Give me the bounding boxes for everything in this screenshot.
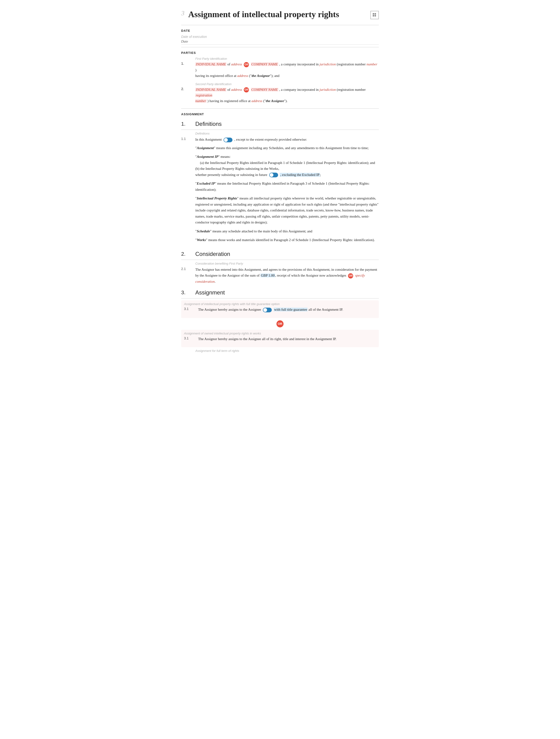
clause-3-1b-num: 3.1 (184, 336, 198, 342)
def-schedule: "Schedule" means any schedule attached t… (195, 229, 379, 235)
toggle-1-1[interactable] (224, 138, 233, 142)
party-2-of: of (227, 88, 231, 92)
clause-2-1: 2.1 The Assignor has entered into this A… (181, 267, 379, 285)
toggle-future-circle (270, 173, 273, 177)
clause-1-1-num: 1.1 (181, 137, 195, 246)
def-excluded-ip: "Excluded IP" means the Intellectual Pro… (195, 181, 379, 193)
page-header: 3 Assignment of intellectual property ri… (181, 9, 379, 19)
toggle-circle (224, 138, 228, 142)
date-value[interactable]: Date (181, 39, 379, 45)
party-1-or-badge: OR (244, 62, 249, 67)
def-schedule-term: Schedule (197, 229, 210, 233)
clause-3-1b: 3.1 The Assignor hereby assigns to the A… (184, 336, 376, 342)
clause-1-1-intro: In this Assignment (195, 138, 223, 141)
party-1-number[interactable]: number (367, 62, 378, 66)
def-assignment-ip-whether: whether presently subsisting or subsisti… (195, 173, 268, 177)
party-1-jurisdiction[interactable]: jurisdiction (319, 62, 336, 66)
clause-2-1-num: 2.1 (181, 267, 195, 285)
party-2-or-badge: OR (244, 87, 249, 93)
assignment-block-2-label: Assignment of owned intellectual propert… (184, 332, 376, 335)
first-party-label: First Party identification (195, 57, 379, 60)
def-assignment-ip-excluding: , excluding the Excluded IP (280, 173, 320, 177)
full-title-text: with full title guarantee (274, 308, 307, 311)
def-assignment: "Assignment" means this assignment inclu… (195, 145, 379, 151)
party-1-having: having its registered office at (195, 74, 237, 78)
party-2-reg-text: (registration number (337, 88, 366, 92)
svg-rect-2 (373, 15, 374, 16)
party-1-num: 1. (181, 61, 195, 79)
party-2-having: having its registered office at (209, 99, 251, 103)
party-1-assignor: ("the Assignor"); and (249, 74, 279, 78)
clause-1-1-after-toggle: , except to the extent expressly provide… (234, 138, 307, 141)
toggle-full-title-circle (263, 308, 267, 312)
party-1-text: INDIVIDUAL NAME of address OR COMPANY NA… (195, 61, 379, 79)
party-1: 1. INDIVIDUAL NAME of address OR COMPANY… (181, 61, 379, 79)
party-1-company-text: , a company incorporated in (279, 62, 320, 66)
parties-divider (181, 47, 379, 47)
date-placeholder: Date of execution (181, 35, 379, 38)
def-assignment-term: Assignment (197, 146, 214, 150)
def-works: "Works" means those works and materials … (195, 237, 379, 243)
party-1-reg-close: ) (195, 68, 196, 72)
def-assignment-ip-a: (a) the Intellectual Property Rights ide… (195, 161, 375, 171)
def-ipr: "Intellectual Property Rights" means all… (195, 195, 379, 226)
section-1-heading: 1. Definitions (181, 121, 379, 127)
grid-icon[interactable] (370, 11, 379, 19)
date-section-label: DATE (181, 29, 379, 32)
party-2-individual-name[interactable]: INDIVIDUAL NAME (195, 88, 226, 92)
doc-number: 3 (181, 9, 184, 17)
section-1-divider (181, 130, 379, 130)
def-assignment-ip: "Assignment IP" means: (a) the Intellect… (195, 154, 379, 178)
section-2-divider (181, 260, 379, 260)
section-1-num: 1. (181, 121, 195, 127)
clause-3-1a-num: 3.1 (184, 307, 198, 313)
parties-section-label: PARTIES (181, 51, 379, 54)
assignment-block-1-label: Assignment of intellectual property righ… (184, 302, 376, 306)
clause-3-1a-text: The Assignor hereby assigns to the Assig… (198, 307, 376, 313)
party-1-address2[interactable]: address (237, 74, 248, 78)
assignment-block-3-label: Assignment for full term of rights (195, 349, 379, 352)
section-3-heading: 3. Assignment (181, 289, 379, 296)
clause-2-1-or: OR (348, 273, 353, 279)
party-1-individual-name[interactable]: INDIVIDUAL NAME (195, 62, 226, 66)
gbp-amount[interactable]: GBP 1.00 (261, 274, 275, 277)
clause-1-1-text: In this Assignment , except to the exten… (195, 137, 379, 246)
clause-3-1a: 3.1 The Assignor hereby assigns to the A… (184, 307, 376, 313)
def-works-term: Works (197, 238, 206, 242)
page-title: Assignment of intellectual property righ… (188, 9, 339, 19)
party-2-company-text: , a company incorporated in (279, 88, 320, 92)
assignment-section-label: ASSIGNMENT (181, 113, 379, 116)
party-2-num: 2. (181, 87, 195, 104)
section-1-title: Definitions (195, 121, 222, 127)
party-2: 2. INDIVIDUAL NAME of address OR COMPANY… (181, 87, 379, 104)
def-ipr-term: Intellectual Property Rights (197, 196, 237, 200)
party-2-text: INDIVIDUAL NAME of address OR COMPANY NA… (195, 87, 379, 104)
party-1-reg-text: (registration number (337, 62, 367, 66)
clause-2-1-text: The Assignor has entered into this Assig… (195, 267, 379, 285)
or-badge-between-blocks: OR (276, 320, 284, 327)
party-2-company-name[interactable]: COMPANY NAME (251, 88, 278, 92)
clause-3-1b-text: The Assignor hereby assigns to the Assig… (198, 336, 376, 342)
section-2-num: 2. (181, 251, 195, 257)
toggle-full-title[interactable] (263, 308, 272, 312)
parties-list: First Party identification 1. INDIVIDUAL… (181, 57, 379, 104)
section-2-title: Consideration (195, 251, 230, 257)
party-2-assignee: ("the Assignee"). (263, 99, 288, 103)
toggle-future[interactable] (269, 173, 278, 177)
svg-rect-3 (375, 15, 376, 16)
section-2-heading: 2. Consideration (181, 251, 379, 257)
def-assignment-ip-term: Assignment IP (197, 155, 218, 159)
svg-rect-0 (373, 13, 374, 15)
svg-rect-1 (375, 13, 376, 15)
party-2-reg-close: ) (207, 99, 209, 103)
def-excluded-ip-term: Excluded IP (197, 181, 215, 185)
section-3-title: Assignment (195, 289, 225, 296)
party-2-jurisdiction[interactable]: jurisdiction (319, 88, 336, 92)
party-1-company-name[interactable]: COMPANY NAME (251, 62, 278, 66)
party-2-address2[interactable]: address (252, 99, 262, 103)
consideration-label: Consideration benefiting First Party (195, 262, 379, 265)
clause-1-1: 1.1 In this Assignment , except to the e… (181, 137, 379, 246)
second-party-label: Second Party identification (195, 82, 379, 86)
assignment-block-2: Assignment of owned intellectual propert… (181, 330, 379, 347)
specify-consideration[interactable]: specify consideration (195, 274, 365, 283)
